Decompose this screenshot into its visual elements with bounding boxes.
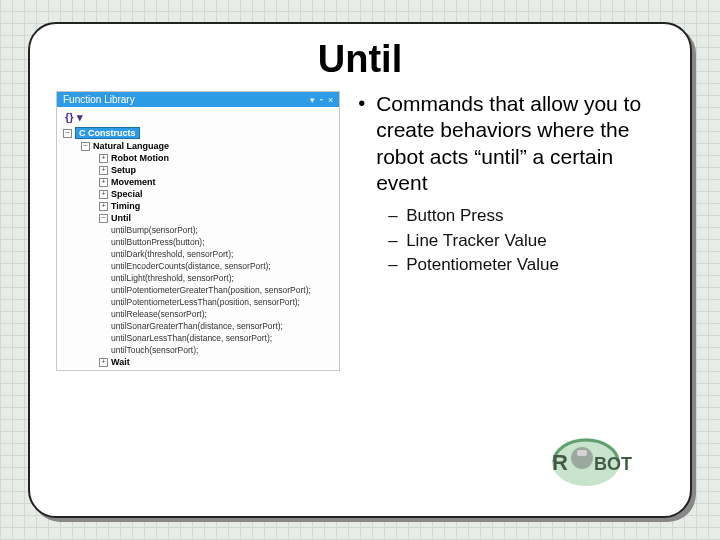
panel-body: {} ▾ − C Constructs − Natural Language + — [57, 107, 339, 370]
until-item[interactable]: untilLight(threshold, sensorPort); — [59, 272, 339, 284]
expand-icon[interactable]: + — [99, 166, 108, 175]
expand-icon[interactable]: + — [99, 358, 108, 367]
cat-label: Natural Language — [93, 141, 169, 151]
until-label: untilSonarGreaterThan(distance, sensorPo… — [111, 321, 283, 331]
panel-header[interactable]: Function Library ▾ ⁃ × — [57, 92, 339, 107]
until-item[interactable]: untilSonarLessThan(distance, sensorPort)… — [59, 332, 339, 344]
until-label: untilLight(threshold, sensorPort); — [111, 273, 234, 283]
dock-icon[interactable]: ⁃ — [319, 95, 324, 105]
cat-label: Wait — [111, 357, 130, 367]
tree-cat-wait[interactable]: + Wait — [59, 356, 339, 368]
expand-icon[interactable]: + — [99, 154, 108, 163]
tree-root-c-constructs[interactable]: − C Constructs — [59, 126, 339, 140]
expand-icon[interactable]: + — [99, 178, 108, 187]
robot-logo-icon: R BOT — [534, 428, 644, 488]
expand-icon[interactable]: + — [99, 202, 108, 211]
sub-bullet: Button Press — [376, 204, 664, 229]
slide-title: Until — [56, 38, 664, 81]
until-item[interactable]: untilButtonPress(button); — [59, 236, 339, 248]
collapse-icon[interactable]: − — [81, 142, 90, 151]
until-label: untilSonarLessThan(distance, sensorPort)… — [111, 333, 272, 343]
sub-bullet-list: Button Press Line Tracker Value Potentio… — [376, 204, 664, 278]
brace-dropdown[interactable]: {} ▾ — [57, 109, 339, 126]
tree-cat-movement[interactable]: + Movement — [59, 176, 339, 188]
sub-bullet: Line Tracker Value — [376, 229, 664, 254]
main-bullet: Commands that allow you to create behavi… — [356, 91, 664, 278]
until-item[interactable]: untilRelease(sensorPort); — [59, 308, 339, 320]
until-label: untilRelease(sensorPort); — [111, 309, 207, 319]
until-label: untilDark(threshold, sensorPort); — [111, 249, 233, 259]
sub-bullet: Potentiometer Value — [376, 253, 664, 278]
tree-cat-timing[interactable]: + Timing — [59, 200, 339, 212]
pin-icon[interactable]: ▾ — [310, 95, 315, 105]
category-tree: − C Constructs − Natural Language + Robo… — [57, 126, 339, 368]
tree-cat-robot-motion[interactable]: + Robot Motion — [59, 152, 339, 164]
tree-cat-until[interactable]: − Until — [59, 212, 339, 224]
collapse-icon[interactable]: − — [63, 129, 72, 138]
until-label: untilTouch(sensorPort); — [111, 345, 198, 355]
cat-label: C Constructs — [75, 127, 140, 139]
cat-label: Movement — [111, 177, 156, 187]
content-columns: Function Library ▾ ⁃ × {} ▾ − C Construc… — [56, 91, 664, 371]
until-label: untilButtonPress(button); — [111, 237, 205, 247]
tree-cat-special[interactable]: + Special — [59, 188, 339, 200]
until-item[interactable]: untilBump(sensorPort); — [59, 224, 339, 236]
until-label: untilPotentiometerLessThan(position, sen… — [111, 297, 300, 307]
right-column: Commands that allow you to create behavi… — [356, 91, 664, 371]
cat-label: Setup — [111, 165, 136, 175]
panel-header-controls: ▾ ⁃ × — [310, 95, 333, 105]
until-item[interactable]: untilDark(threshold, sensorPort); — [59, 248, 339, 260]
until-item[interactable]: untilEncoderCounts(distance, sensorPort)… — [59, 260, 339, 272]
until-item[interactable]: untilTouch(sensorPort); — [59, 344, 339, 356]
close-icon[interactable]: × — [328, 95, 333, 105]
until-item[interactable]: untilPotentiometerLessThan(position, sen… — [59, 296, 339, 308]
cat-label: Timing — [111, 201, 140, 211]
until-item[interactable]: untilPotentiometerGreaterThan(position, … — [59, 284, 339, 296]
collapse-icon[interactable]: − — [99, 214, 108, 223]
cat-label: Robot Motion — [111, 153, 169, 163]
function-library-panel: Function Library ▾ ⁃ × {} ▾ − C Construc… — [56, 91, 340, 371]
tree-cat-setup[interactable]: + Setup — [59, 164, 339, 176]
cat-label: Until — [111, 213, 131, 223]
expand-icon[interactable]: + — [99, 190, 108, 199]
svg-rect-3 — [577, 450, 587, 456]
svg-text:R: R — [552, 450, 568, 475]
cat-label: Special — [111, 189, 143, 199]
main-bullet-list: Commands that allow you to create behavi… — [356, 91, 664, 278]
until-label: untilBump(sensorPort); — [111, 225, 198, 235]
slide-frame: Until Function Library ▾ ⁃ × {} ▾ − — [28, 22, 692, 518]
svg-text:BOT: BOT — [594, 454, 632, 474]
left-column: Function Library ▾ ⁃ × {} ▾ − C Construc… — [56, 91, 340, 371]
until-label: untilEncoderCounts(distance, sensorPort)… — [111, 261, 271, 271]
until-item[interactable]: untilSonarGreaterThan(distance, sensorPo… — [59, 320, 339, 332]
tree-cat-natural-language[interactable]: − Natural Language — [59, 140, 339, 152]
main-bullet-text: Commands that allow you to create behavi… — [376, 92, 641, 194]
until-label: untilPotentiometerGreaterThan(position, … — [111, 285, 311, 295]
panel-header-label: Function Library — [63, 94, 135, 105]
